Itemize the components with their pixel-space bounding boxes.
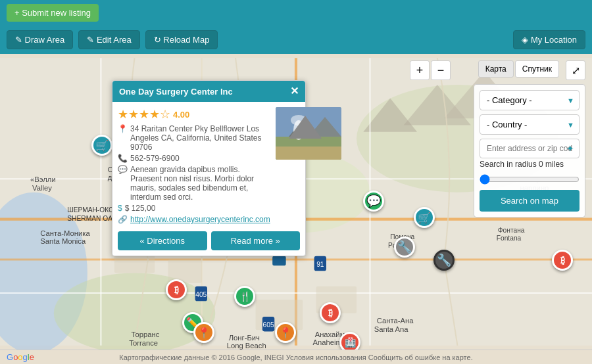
svg-text:Santa Monica: Santa Monica	[40, 237, 86, 245]
popup-body: ★★★★☆ 4.00 📍 34 Raritan Center Pky Bellf…	[112, 102, 305, 231]
popup-info: ★★★★☆ 4.00 📍 34 Raritan Center Pky Bellf…	[118, 107, 270, 226]
google-logo: Google	[7, 352, 34, 362]
marker-wrench-1[interactable]: 🔧	[394, 237, 415, 258]
reload-map-button[interactable]: ↻ Reload Map	[145, 30, 218, 49]
marker-location-orange[interactable]: 📍	[193, 322, 214, 343]
popup-description: Aenean gravida dapibus mollis. Praesent …	[130, 165, 270, 202]
marker-shopping[interactable]: 🛒	[91, 135, 112, 156]
category-select-wrapper: - Category -	[480, 90, 580, 110]
map-zoom-controls: + −	[410, 60, 451, 80]
popup-website[interactable]: http://www.onedaysurgerycenterinc.com	[130, 215, 270, 224]
map-type-satellite[interactable]: Спутник	[515, 60, 559, 78]
read-more-button[interactable]: Read more »	[211, 231, 301, 250]
marker-bitcoin-3[interactable]: ₿	[320, 302, 341, 323]
popup-rating: 4.00	[173, 110, 189, 120]
my-location-button[interactable]: ◈ My Location	[513, 30, 585, 49]
marker-food[interactable]: 🍴	[234, 286, 255, 307]
desc-icon: 💬	[118, 165, 128, 174]
svg-point-49	[293, 120, 304, 140]
radius-label: Search in radius 0 miles	[480, 160, 580, 169]
svg-text:Торранс: Торранс	[131, 330, 159, 338]
svg-rect-46	[276, 147, 341, 160]
draw-area-button[interactable]: ✎ Draw Area	[7, 30, 73, 49]
popup-address: 34 Raritan Center Pky Bellflower Los Ang…	[130, 124, 270, 152]
svg-text:Santa Ana: Santa Ana	[374, 325, 409, 333]
svg-rect-14	[272, 256, 285, 265]
zoom-in-button[interactable]: +	[410, 60, 430, 80]
address-input[interactable]	[480, 139, 580, 158]
svg-text:Санта-Ана: Санта-Ана	[377, 317, 414, 325]
category-select[interactable]: - Category -	[480, 90, 580, 110]
marker-bitcoin-2[interactable]: ₿	[552, 250, 573, 271]
marker-medical[interactable]: 🏥	[339, 332, 360, 350]
svg-text:Torrance: Torrance	[129, 339, 158, 347]
svg-text:Long Beach: Long Beach	[227, 342, 266, 350]
popup-link-row: 🔗 http://www.onedaysurgerycenterinc.com	[118, 215, 270, 224]
address-input-wrapper: ✦	[480, 139, 580, 158]
popup-price: $ 125,00	[125, 204, 156, 213]
submit-listing-button[interactable]: + Submit new listing	[7, 4, 99, 22]
marker-shopping-2[interactable]: 🛒	[414, 207, 435, 228]
sidebar-panel: - Category - - Country - ✦ Search in rad…	[474, 84, 585, 217]
marker-wrench-2[interactable]: 🔧	[433, 250, 455, 271]
address-icon: 📍	[118, 124, 128, 133]
popup-phone: 562-579-6900	[130, 154, 180, 163]
marker-bitcoin-1[interactable]: ₿	[166, 279, 187, 300]
radius-slider[interactable]	[480, 174, 580, 185]
map-footer: Google Картографические данные © 2016 Go…	[0, 350, 592, 364]
popup-address-row: 📍 34 Raritan Center Pky Bellflower Los A…	[118, 124, 270, 152]
svg-text:405: 405	[195, 291, 207, 298]
popup-header: One Day Surgery Center Inc ✕	[112, 81, 305, 102]
svg-text:Лонг-Бич: Лонг-Бич	[229, 334, 260, 342]
zoom-out-button[interactable]: −	[431, 60, 451, 80]
popup-phone-row: 📞 562-579-6900	[118, 154, 270, 163]
popup-image	[276, 107, 341, 160]
popup-desc-row: 💬 Aenean gravida dapibus mollis. Praesen…	[118, 165, 270, 202]
marker-location-1[interactable]: 📍	[275, 322, 296, 343]
main-container: Сан-Фернан- до Valley «Вэлли Valley Сант…	[0, 54, 592, 364]
search-on-map-button[interactable]: Search on map	[480, 190, 580, 212]
popup-close-button[interactable]: ✕	[290, 86, 299, 97]
popup-title: One Day Surgery Center Inc	[119, 87, 233, 97]
svg-point-50	[291, 115, 307, 125]
svg-marker-47	[289, 120, 315, 137]
svg-text:«Вэлли: «Вэлли	[30, 175, 56, 183]
svg-text:605: 605	[263, 321, 274, 329]
popup-stars: ★★★★☆	[118, 107, 170, 122]
map-type-controls: Карта Спутник	[478, 60, 559, 78]
map-toolbar: ✎ Draw Area ✎ Edit Area ↻ Reload Map ◈ M…	[0, 25, 592, 54]
top-bar: + Submit new listing	[0, 0, 592, 25]
link-icon: 🔗	[118, 215, 128, 224]
svg-text:Anaheim: Anaheim	[313, 338, 342, 346]
map-type-map[interactable]: Карта	[478, 60, 514, 78]
popup-image-inner	[276, 107, 341, 160]
country-select-wrapper: - Country -	[480, 114, 580, 135]
country-select[interactable]: - Country -	[480, 114, 580, 135]
svg-text:Valley: Valley	[32, 184, 52, 192]
edit-area-button[interactable]: ✎ Edit Area	[78, 30, 139, 49]
svg-text:91: 91	[316, 261, 324, 268]
svg-text:Санта-Моника: Санта-Моника	[40, 229, 90, 237]
svg-text:ШЕРМАН-ОКС: ШЕРМАН-ОКС	[67, 206, 113, 214]
popup-actions: « Directions Read more »	[112, 231, 305, 256]
map-copyright: Картографические данные © 2016 Google, I…	[119, 353, 472, 361]
popup-price-row: $ $ 125,00	[118, 204, 270, 213]
address-search-icon[interactable]: ✦	[566, 143, 574, 154]
phone-icon: 📞	[118, 154, 128, 163]
directions-button[interactable]: « Directions	[118, 231, 207, 250]
price-icon: $	[118, 204, 122, 213]
svg-text:Fontana: Fontana	[497, 235, 522, 242]
svg-text:Фонтана: Фонтана	[498, 227, 525, 234]
map-expand-button[interactable]: ⤢	[566, 60, 585, 80]
marker-chat[interactable]: 💬	[363, 191, 384, 212]
map-popup: One Day Surgery Center Inc ✕ ★★★★☆ 4.00 …	[112, 80, 306, 256]
